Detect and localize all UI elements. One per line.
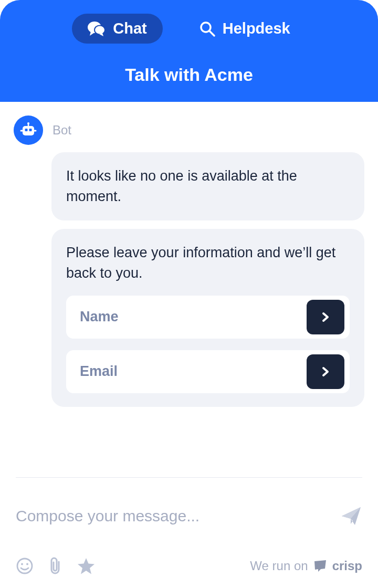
bot-message: It looks like no one is available at the… [51,152,364,220]
svg-point-13 [21,563,23,565]
send-button[interactable] [340,505,362,527]
svg-point-14 [26,563,28,565]
sender-name: Bot [52,123,71,138]
divider [16,477,362,478]
chevron-right-icon [321,366,330,377]
footer-row: We run on crisp [16,556,362,575]
chat-area: Bot It looks like no one is available at… [0,102,378,407]
svg-point-6 [27,122,29,124]
name-input[interactable] [80,309,307,325]
svg-rect-9 [29,129,32,131]
svg-line-4 [209,31,214,36]
messages: It looks like no one is available at the… [14,152,364,407]
smiley-icon[interactable] [16,557,34,575]
robot-icon [20,122,37,139]
submit-email-button[interactable] [307,354,344,389]
submit-name-button[interactable] [307,300,344,334]
name-field-row [66,296,350,339]
bot-form-prompt: Please leave your information and we’ll … [66,243,350,284]
compose-input[interactable] [16,507,340,525]
search-icon [200,21,215,37]
email-field-row [66,350,350,393]
branding[interactable]: We run on crisp [250,559,362,573]
compose-area: We run on crisp [0,477,378,588]
star-icon[interactable] [77,556,96,575]
svg-point-12 [17,559,32,573]
tab-helpdesk[interactable]: Helpdesk [184,14,306,44]
paperclip-icon[interactable] [48,556,62,575]
compose-row [16,505,362,527]
email-input[interactable] [80,363,307,380]
chat-bubbles-icon [88,21,106,37]
tab-chat-label: Chat [113,20,146,37]
bot-form-message: Please leave your information and we’ll … [51,229,364,406]
header-tabs: Chat Helpdesk [72,14,306,44]
chevron-right-icon [321,312,330,322]
sender-row: Bot [14,116,364,145]
bot-avatar [14,116,43,145]
svg-rect-7 [23,126,34,135]
svg-point-2 [95,26,104,34]
paper-plane-icon [340,505,362,527]
crisp-logo-icon [313,560,327,572]
tab-chat[interactable]: Chat [72,14,162,44]
branding-prefix: We run on [250,559,308,573]
tab-helpdesk-label: Helpdesk [223,20,290,37]
branding-name: crisp [332,559,362,573]
footer-icons [16,556,96,575]
svg-rect-8 [25,129,28,131]
page-title: Talk with Acme [125,65,253,85]
chat-header: Chat Helpdesk Talk with Acme [0,0,378,102]
